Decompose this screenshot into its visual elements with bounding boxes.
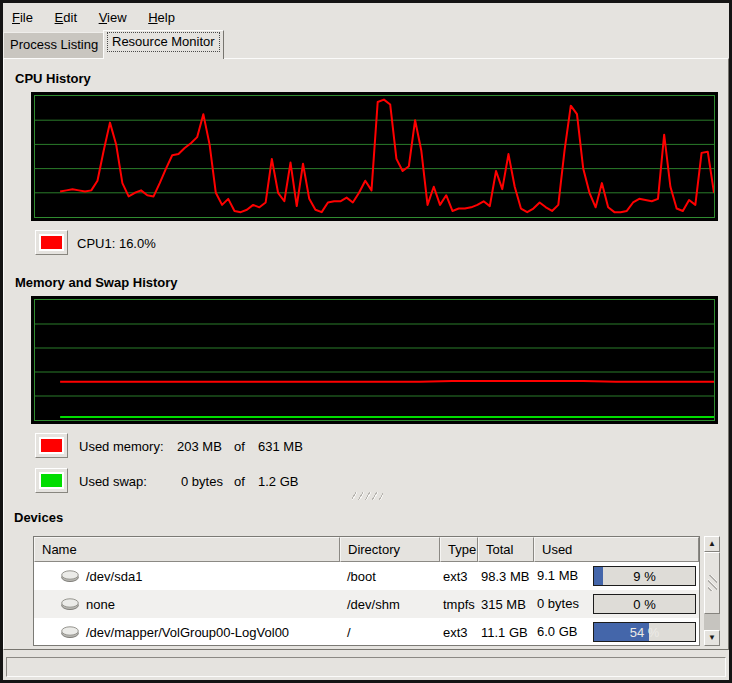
- scrollbar-thumb[interactable]: [704, 552, 720, 614]
- menu-edit[interactable]: Edit: [46, 8, 86, 27]
- usage-percent-label: 0 %: [594, 597, 695, 612]
- usage-progress-bar: 54 %: [593, 622, 696, 642]
- device-directory: /boot: [340, 569, 440, 584]
- device-used: 9.1 MB: [537, 568, 578, 583]
- device-directory: /: [340, 625, 440, 640]
- device-total: 98.3 MB: [478, 569, 534, 584]
- device-used: 0 bytes: [537, 596, 579, 611]
- devices-title: Devices: [14, 510, 63, 525]
- tab-resource-monitor-label: Resource Monitor: [107, 32, 220, 52]
- menu-file[interactable]: File: [3, 8, 42, 27]
- disk-icon: [60, 625, 80, 639]
- column-header-used[interactable]: Used: [534, 537, 699, 562]
- column-header-name[interactable]: Name: [34, 537, 340, 562]
- cpu1-color-swatch: [41, 236, 62, 249]
- memory-color-swatch: [41, 439, 62, 452]
- usage-progress-bar: 0 %: [593, 594, 696, 614]
- memory-swap-plot: [35, 300, 714, 420]
- device-type: tmpfs: [440, 597, 478, 612]
- cpu1-color-button[interactable]: [35, 230, 68, 255]
- table-row[interactable]: /dev/mapper/VolGroup00-LogVol00 / ext3 1…: [34, 618, 699, 646]
- disk-icon: [60, 569, 80, 583]
- arrow-up-icon: ▲: [708, 539, 716, 548]
- device-name: /dev/sda1: [86, 569, 142, 584]
- usage-percent-label: 54 %: [594, 625, 695, 640]
- status-bar: [6, 657, 726, 677]
- memory-total-value: 631 MB: [258, 439, 303, 454]
- memory-legend-label: Used memory:: [79, 439, 164, 454]
- swap-total-value: 1.2 GB: [258, 474, 298, 489]
- swap-color-button[interactable]: [35, 468, 68, 493]
- swap-of-label: of: [234, 474, 245, 489]
- swap-used-value: 0 bytes: [181, 474, 223, 489]
- scroll-down-button[interactable]: ▼: [704, 630, 720, 646]
- menu-view[interactable]: View: [90, 8, 136, 27]
- window-content: File Edit View Help Process Listing Reso…: [3, 3, 729, 680]
- devices-table: Name Directory Type Total Used /dev/sda1…: [33, 536, 700, 646]
- scrollbar-grip-icon: [708, 575, 717, 591]
- memory-color-button[interactable]: [35, 433, 68, 458]
- pane-resize-grip[interactable]: [352, 492, 383, 500]
- cpu1-legend-label: CPU1: 16.0%: [77, 236, 156, 251]
- disk-icon: [60, 597, 80, 611]
- tab-resource-monitor[interactable]: Resource Monitor: [103, 30, 224, 59]
- table-row[interactable]: /dev/sda1 /boot ext3 98.3 MB 9.1 MB 9 %: [34, 562, 699, 590]
- devices-scrollbar[interactable]: ▲ ▼: [704, 536, 720, 646]
- table-row[interactable]: none /dev/shm tmpfs 315 MB 0 bytes 0 %: [34, 590, 699, 618]
- device-directory: /dev/shm: [340, 597, 440, 612]
- device-total: 315 MB: [478, 597, 534, 612]
- arrow-down-icon: ▼: [708, 633, 716, 642]
- cpu-history-plot: [35, 96, 714, 217]
- usage-percent-label: 9 %: [594, 569, 695, 584]
- column-header-type[interactable]: Type: [440, 537, 478, 562]
- device-name: none: [86, 597, 115, 612]
- column-header-directory[interactable]: Directory: [340, 537, 440, 562]
- swap-color-swatch: [41, 474, 62, 487]
- memory-swap-title: Memory and Swap History: [15, 275, 178, 290]
- tab-process-listing[interactable]: Process Listing: [3, 32, 105, 58]
- scroll-up-button[interactable]: ▲: [704, 536, 720, 552]
- swap-legend-label: Used swap:: [79, 474, 147, 489]
- menu-bar: File Edit View Help: [3, 3, 729, 30]
- device-total: 11.1 GB: [478, 625, 534, 640]
- cpu-history-graph: [31, 92, 718, 221]
- cpu-history-title: CPU History: [15, 71, 91, 86]
- device-type: ext3: [440, 625, 478, 640]
- system-monitor-window: File Edit View Help Process Listing Reso…: [0, 0, 732, 683]
- menu-help[interactable]: Help: [139, 8, 184, 27]
- memory-used-value: 203 MB: [177, 439, 222, 454]
- device-name: /dev/mapper/VolGroup00-LogVol00: [86, 625, 289, 640]
- memory-swap-graph: [31, 296, 718, 424]
- devices-table-header: Name Directory Type Total Used: [34, 537, 699, 562]
- device-used: 6.0 GB: [537, 624, 577, 639]
- tab-process-listing-label: Process Listing: [10, 37, 98, 52]
- usage-progress-bar: 9 %: [593, 566, 696, 586]
- device-type: ext3: [440, 569, 478, 584]
- memory-of-label: of: [234, 439, 245, 454]
- column-header-total[interactable]: Total: [478, 537, 534, 562]
